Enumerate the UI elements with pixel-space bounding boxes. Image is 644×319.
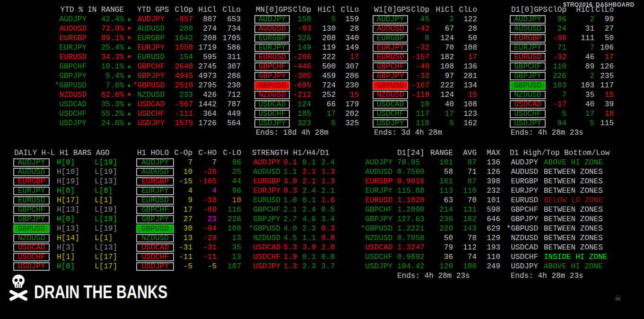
symbol-button[interactable]: GBPUSD — [373, 81, 408, 90]
table-row: AUDUSD10-2625 — [136, 167, 241, 177]
symbol-button[interactable]: GBPJPY — [13, 215, 50, 224]
symbol-button[interactable]: USDCHF — [13, 253, 50, 261]
symbol-button[interactable]: AUDJPY — [510, 15, 546, 24]
symbol-button[interactable]: GBPCHF — [254, 62, 290, 71]
symbol-button[interactable]: EURJPY — [254, 43, 290, 52]
symbol-button[interactable]: USDJPY — [13, 262, 50, 271]
symbol-button[interactable]: EURUSD — [13, 196, 50, 205]
symbol-label: NZDUSD — [360, 233, 392, 243]
value-cell: 35 — [217, 243, 241, 252]
symbol-button[interactable]: USDJPY — [510, 119, 546, 128]
symbol-button[interactable]: GBPJPY — [373, 72, 408, 80]
column-header: HiCl — [311, 5, 336, 15]
symbol-button[interactable]: EURJPY — [136, 187, 174, 195]
value-cell: 311 — [217, 52, 241, 62]
table-row: EURUSD34.3%▼ — [45, 52, 134, 62]
symbol-button[interactable]: EURUSD — [136, 196, 174, 205]
symbol-button[interactable]: AUDUSD — [510, 25, 546, 33]
symbol-button[interactable]: EURJPY — [373, 43, 408, 52]
symbol-button[interactable]: EURUSD — [254, 53, 290, 61]
symbol-button[interactable]: GBPJPY — [510, 72, 546, 80]
symbol-button[interactable]: EURJPY — [510, 43, 546, 52]
symbol-button[interactable]: EURUSD — [373, 53, 408, 61]
symbol-button[interactable]: EURGBP — [136, 177, 174, 186]
symbol-button[interactable]: EURGBP — [13, 177, 50, 186]
symbol-button[interactable]: AUDUSD — [136, 168, 174, 176]
table-row: USDJPY104.42120100249 — [360, 262, 500, 271]
symbol-button[interactable]: USDCAD — [254, 100, 290, 109]
value-cell: 130 — [311, 24, 336, 34]
symbol-button[interactable]: NZDUSD — [373, 91, 408, 99]
symbol-button[interactable]: USDJPY — [254, 119, 290, 128]
symbol-button[interactable]: USDCAD — [510, 100, 546, 109]
symbol-button[interactable]: AUDJPY — [373, 15, 408, 24]
table-row: EURJPY25.4%▲ — [45, 43, 134, 52]
column-header: C-LO — [217, 148, 241, 158]
value-cell: -695 — [290, 81, 311, 90]
value-cell: 17 — [594, 52, 614, 62]
zone-status-cell: BETWEEN ZONES — [544, 215, 624, 224]
symbol-button[interactable]: NZDUSD — [13, 234, 50, 242]
value-cell: -28 — [192, 233, 217, 243]
table-row: EURGBP3.02.11.3 — [247, 177, 335, 186]
symbol-label: *GBPUSD — [132, 81, 165, 90]
value-cell: 1.3 — [280, 262, 297, 271]
table-row: USDCAD5.33.92.0 — [247, 243, 335, 252]
symbol-button[interactable]: USDCHF — [510, 110, 546, 118]
symbol-button[interactable]: GBPJPY — [254, 72, 290, 80]
symbol-button[interactable]: GBPUSD — [13, 224, 50, 233]
value-cell: 1.3 — [316, 167, 335, 177]
table-row: GBPUSDH[13]L[19] — [13, 224, 123, 233]
symbol-button[interactable]: GBPCHF — [510, 62, 546, 71]
value-cell: 1.9 — [280, 252, 297, 262]
symbol-button[interactable]: GBPUSD — [136, 224, 174, 233]
symbol-button[interactable]: EURUSD — [510, 53, 546, 61]
symbol-button[interactable]: USDCHF — [373, 110, 408, 118]
symbol-button[interactable]: GBPUSD — [254, 81, 290, 90]
symbol-button[interactable]: USDJPY — [136, 262, 174, 271]
symbol-button[interactable]: NZDUSD — [254, 91, 290, 99]
high-bars-cell: H[17] — [57, 196, 85, 205]
symbol-button[interactable]: GBPJPY — [136, 215, 174, 224]
price-cell: 1.1020 — [397, 196, 429, 205]
value-cell: 712 — [217, 90, 241, 100]
symbol-button[interactable]: AUDJPY — [254, 15, 290, 24]
value-cell: 2510 — [165, 81, 193, 90]
symbol-button[interactable]: AUDJPY — [136, 158, 174, 167]
value-cell: 108 — [454, 43, 477, 52]
symbol-button[interactable]: AUDUSD — [254, 25, 290, 33]
value-cell: 89.1% — [87, 34, 124, 43]
symbol-button[interactable]: EURGBP — [373, 34, 408, 43]
symbol-button[interactable]: USDCHF — [254, 110, 290, 118]
symbol-button[interactable]: GBPCHF — [373, 62, 408, 71]
value-cell: 25 — [217, 167, 241, 177]
symbol-button[interactable]: GBPUSD — [510, 81, 546, 90]
table-row: EURGBP0.901616187398 — [360, 177, 500, 186]
symbol-button[interactable]: GBPCHF — [13, 206, 50, 214]
symbol-button[interactable]: EURGBP — [254, 34, 290, 43]
value-cell: 15 — [594, 90, 614, 100]
symbol-button[interactable]: USDJPY — [373, 119, 408, 128]
symbol-label: NZDUSD — [247, 233, 280, 243]
value-cell: -167 — [408, 81, 429, 90]
symbol-button[interactable]: AUDJPY — [13, 158, 50, 167]
symbol-button[interactable]: NZDUSD — [136, 234, 174, 242]
symbol-button[interactable]: AUDUSD — [373, 25, 408, 33]
symbol-button[interactable]: EURJPY — [13, 187, 50, 195]
symbol-button[interactable]: EURGBP — [510, 34, 546, 43]
value-cell: 17 — [311, 109, 336, 119]
symbol-button[interactable]: AUDUSD — [13, 168, 50, 176]
symbol-button[interactable]: NZDUSD — [510, 91, 546, 99]
symbol-button[interactable]: USDCHF — [136, 253, 174, 261]
price-cell: 104.42 — [397, 262, 429, 271]
symbol-button[interactable]: USDCAD — [13, 243, 50, 252]
symbol-button[interactable]: USDCAD — [373, 100, 408, 109]
symbol-button[interactable]: GBPCHF — [136, 206, 174, 214]
symbol-button[interactable]: USDCAD — [136, 243, 174, 252]
table-row: USDCAD12466179 — [254, 100, 359, 109]
value-cell: 159 — [336, 15, 359, 24]
table-row: YTD GPSClOpHiClClLo — [132, 5, 241, 15]
value-cell: 235 — [594, 71, 614, 81]
value-cell: 7.6% — [87, 81, 124, 90]
table-row: GBPCHF10.1%▲ — [45, 62, 134, 71]
